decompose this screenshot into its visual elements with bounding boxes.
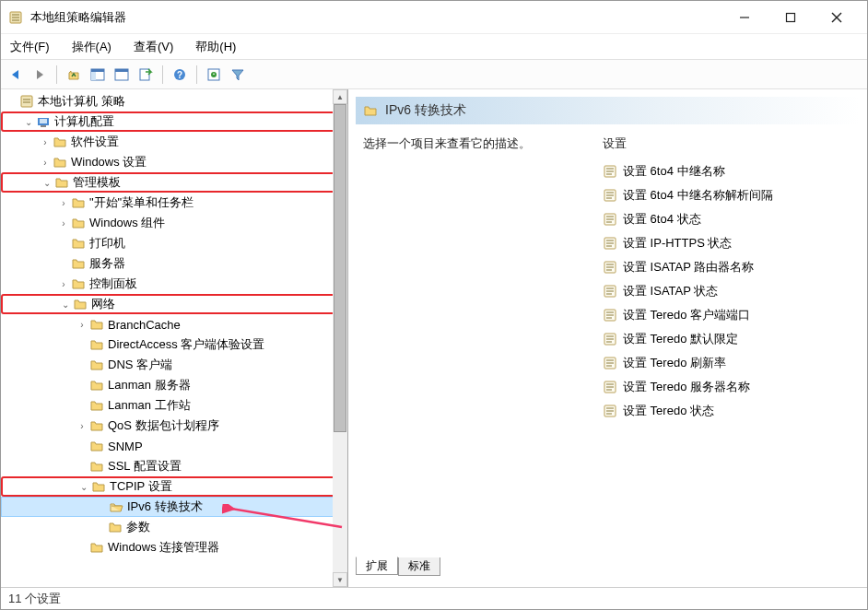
setting-item[interactable]: 设置 6to4 中继名称: [603, 159, 852, 183]
tree-wcm[interactable]: Windows 连接管理器: [1, 537, 347, 557]
tab-extended[interactable]: 扩展: [356, 557, 398, 575]
tree-ipv6-transition[interactable]: IPv6 转换技术: [1, 497, 347, 517]
svg-rect-10: [91, 69, 104, 72]
tree-label: Windows 组件: [89, 215, 165, 231]
tree-label: 服务器: [89, 255, 125, 272]
app-icon: [8, 10, 23, 25]
setting-item[interactable]: 设置 Teredo 客户端端口: [603, 303, 852, 327]
filter-button[interactable]: [227, 64, 249, 86]
tree-control-panel[interactable]: › 控制面板: [1, 274, 347, 294]
folder-icon: [54, 175, 69, 190]
chevron-down-icon[interactable]: [5, 94, 19, 109]
tree-qos[interactable]: › QoS 数据包计划程序: [1, 416, 347, 436]
back-button[interactable]: [5, 64, 27, 86]
setting-item[interactable]: 设置 ISATAP 路由器名称: [603, 255, 852, 279]
tree-label: IPv6 转换技术: [127, 499, 203, 515]
tree-start-menu[interactable]: › "开始"菜单和任务栏: [1, 193, 347, 213]
tree-lanman-server[interactable]: Lanman 服务器: [1, 375, 347, 395]
statusbar: 11 个设置: [1, 587, 867, 609]
tree-panel[interactable]: 本地计算机 策略 ⌄ 计算机配置 › 软件设置 › Windows 设置 ⌄ 管…: [1, 89, 348, 587]
tree-root[interactable]: 本地计算机 策略: [1, 91, 347, 111]
tree-ssl[interactable]: SSL 配置设置: [1, 456, 347, 476]
help-button[interactable]: ?: [169, 64, 191, 86]
menu-file[interactable]: 文件(F): [5, 37, 55, 57]
forward-button[interactable]: [29, 64, 51, 86]
tree-server[interactable]: 服务器: [1, 253, 347, 274]
menu-view[interactable]: 查看(V): [128, 37, 179, 57]
description-text: 选择一个项目来查看它的描述。: [363, 136, 531, 150]
scroll-up-button[interactable]: ▲: [333, 89, 347, 104]
chevron-down-icon[interactable]: ⌄: [58, 297, 73, 311]
tree-dns-client[interactable]: DNS 客户端: [1, 355, 347, 375]
chevron-down-icon[interactable]: ⌄: [21, 114, 36, 129]
export-list-button[interactable]: [135, 64, 157, 86]
setting-item[interactable]: 设置 6to4 中继名称解析间隔: [603, 183, 852, 207]
chevron-down-icon[interactable]: ⌄: [76, 479, 91, 494]
scroll-thumb[interactable]: [334, 104, 346, 432]
minimize-button[interactable]: [721, 4, 768, 31]
tree-label: 计算机配置: [54, 113, 114, 130]
chevron-down-icon[interactable]: ⌄: [40, 175, 54, 190]
detail-header: IPv6 转换技术: [356, 97, 860, 124]
chevron-right-icon[interactable]: ›: [38, 135, 53, 149]
tree-lanman-workstation[interactable]: Lanman 工作站: [1, 395, 347, 416]
setting-item[interactable]: 设置 Teredo 服务器名称: [603, 375, 852, 399]
setting-item[interactable]: 设置 Teredo 默认限定: [603, 327, 852, 351]
chevron-right-icon[interactable]: ›: [56, 195, 71, 210]
setting-item[interactable]: 设置 6to4 状态: [603, 207, 852, 231]
chevron-right-icon[interactable]: ›: [75, 418, 89, 433]
menu-action[interactable]: 操作(A): [66, 37, 117, 57]
setting-item[interactable]: 设置 ISATAP 状态: [603, 279, 852, 303]
tree-network[interactable]: ⌄ 网络: [1, 294, 347, 314]
tree-windows-settings[interactable]: › Windows 设置: [1, 152, 347, 172]
show-hide-tree-button[interactable]: [87, 64, 109, 86]
tree-scrollbar[interactable]: ▲ ▼: [333, 89, 347, 587]
policy-setting-icon: [603, 164, 617, 179]
tree-windows-components[interactable]: › Windows 组件: [1, 213, 347, 233]
tree-software-settings[interactable]: › 软件设置: [1, 132, 347, 152]
status-text: 11 个设置: [8, 591, 61, 607]
svg-rect-5: [787, 13, 795, 21]
policy-setting-icon: [603, 284, 617, 299]
maximize-button[interactable]: [768, 4, 814, 31]
tree-snmp[interactable]: SNMP: [1, 436, 347, 456]
policy-setting-icon: [603, 380, 617, 394]
tree-label: DirectAccess 客户端体验设置: [108, 336, 264, 353]
tree-admin-templates[interactable]: ⌄ 管理模板: [1, 172, 347, 193]
window-buttons: [721, 4, 860, 31]
close-button[interactable]: [814, 4, 860, 31]
chevron-right-icon[interactable]: ›: [56, 216, 71, 230]
setting-item-label: 设置 6to4 状态: [623, 211, 701, 228]
tree-params[interactable]: 参数: [1, 517, 347, 537]
detail-tabs: 扩展 标准: [356, 557, 860, 580]
tree-label: Windows 设置: [71, 154, 147, 170]
tree-branchcache[interactable]: › BranchCache: [1, 314, 347, 334]
svg-rect-22: [40, 119, 47, 123]
tree-printer[interactable]: 打印机: [1, 233, 347, 253]
tree-computer-config[interactable]: ⌄ 计算机配置: [1, 111, 347, 132]
properties-button[interactable]: [111, 64, 133, 86]
chevron-right-icon[interactable]: ›: [75, 317, 89, 332]
setting-item[interactable]: 设置 Teredo 刷新率: [603, 351, 852, 375]
setting-item[interactable]: 设置 IP-HTTPS 状态: [603, 231, 852, 255]
settings-list: 设置 6to4 中继名称设置 6to4 中继名称解析间隔设置 6to4 状态设置…: [603, 159, 852, 423]
tree-label: SNMP: [108, 440, 143, 453]
chevron-right-icon[interactable]: ›: [56, 276, 71, 291]
folder-icon: [71, 216, 86, 230]
tree-label: 打印机: [89, 235, 125, 252]
folder-icon: [53, 135, 67, 149]
scroll-down-button[interactable]: ▼: [333, 572, 347, 587]
setting-item[interactable]: 设置 Teredo 状态: [603, 399, 852, 423]
tree-directaccess[interactable]: DirectAccess 客户端体验设置: [1, 334, 347, 355]
tab-standard[interactable]: 标准: [398, 557, 440, 576]
tree-label: 网络: [91, 296, 115, 312]
tree-label: 参数: [126, 519, 150, 535]
tree-tcpip-settings[interactable]: ⌄ TCPIP 设置: [1, 476, 347, 497]
up-level-button[interactable]: [63, 64, 85, 86]
menu-help[interactable]: 帮助(H): [190, 37, 241, 57]
folder-icon: [89, 337, 104, 352]
chevron-right-icon[interactable]: ›: [38, 155, 53, 170]
folder-icon: [73, 297, 88, 311]
policysettings-button[interactable]: [203, 64, 225, 86]
toolbar-separator-2: [162, 65, 163, 84]
